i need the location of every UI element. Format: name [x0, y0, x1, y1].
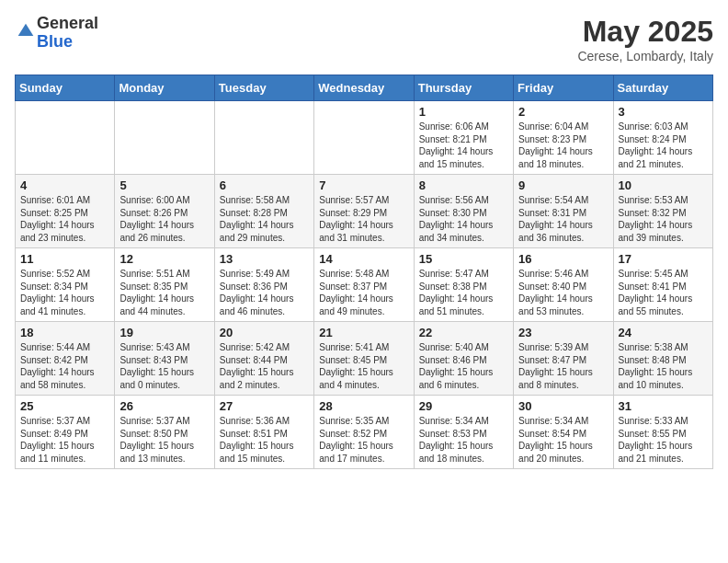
- calendar-cell: 18Sunrise: 5:44 AM Sunset: 8:42 PM Dayli…: [16, 322, 115, 396]
- day-info: Sunrise: 5:40 AM Sunset: 8:46 PM Dayligh…: [419, 341, 508, 391]
- location-subtitle: Cerese, Lombardy, Italy: [577, 49, 713, 63]
- calendar-cell: 10Sunrise: 5:53 AM Sunset: 8:32 PM Dayli…: [613, 175, 712, 248]
- calendar-cell: 30Sunrise: 5:34 AM Sunset: 8:54 PM Dayli…: [514, 396, 613, 469]
- calendar-cell: 2Sunrise: 6:04 AM Sunset: 8:23 PM Daylig…: [514, 101, 613, 175]
- day-number: 27: [220, 399, 309, 413]
- svg-marker-0: [18, 23, 34, 35]
- calendar-cell: 1Sunrise: 6:06 AM Sunset: 8:21 PM Daylig…: [414, 101, 513, 175]
- calendar-cell: 16Sunrise: 5:46 AM Sunset: 8:40 PM Dayli…: [514, 248, 613, 322]
- logo-blue: Blue: [37, 32, 73, 51]
- title-block: May 2025 Cerese, Lombardy, Italy: [577, 15, 713, 63]
- week-row-3: 11Sunrise: 5:52 AM Sunset: 8:34 PM Dayli…: [16, 248, 713, 322]
- calendar-cell: 12Sunrise: 5:51 AM Sunset: 8:35 PM Dayli…: [115, 248, 214, 322]
- day-number: 14: [319, 252, 408, 266]
- day-info: Sunrise: 5:58 AM Sunset: 8:28 PM Dayligh…: [220, 194, 309, 244]
- day-info: Sunrise: 5:34 AM Sunset: 8:53 PM Dayligh…: [419, 415, 508, 465]
- calendar-cell: 11Sunrise: 5:52 AM Sunset: 8:34 PM Dayli…: [16, 248, 115, 322]
- calendar-cell: 28Sunrise: 5:35 AM Sunset: 8:52 PM Dayli…: [314, 396, 414, 469]
- calendar-cell: 14Sunrise: 5:48 AM Sunset: 8:37 PM Dayli…: [314, 248, 414, 322]
- day-info: Sunrise: 6:03 AM Sunset: 8:24 PM Dayligh…: [619, 121, 708, 170]
- calendar-cell: 6Sunrise: 5:58 AM Sunset: 8:28 PM Daylig…: [214, 175, 313, 248]
- day-number: 28: [319, 399, 408, 413]
- day-info: Sunrise: 5:46 AM Sunset: 8:40 PM Dayligh…: [518, 268, 608, 317]
- calendar-cell: 3Sunrise: 6:03 AM Sunset: 8:24 PM Daylig…: [613, 101, 712, 175]
- calendar-cell: 7Sunrise: 5:57 AM Sunset: 8:29 PM Daylig…: [314, 175, 414, 248]
- day-info: Sunrise: 5:41 AM Sunset: 8:45 PM Dayligh…: [319, 341, 408, 391]
- calendar-table: SundayMondayTuesdayWednesdayThursdayFrid…: [15, 75, 713, 469]
- day-number: 2: [518, 105, 608, 119]
- day-number: 8: [419, 178, 508, 192]
- day-info: Sunrise: 5:33 AM Sunset: 8:55 PM Dayligh…: [619, 415, 708, 465]
- day-number: 26: [119, 399, 209, 413]
- calendar-cell: [16, 101, 115, 175]
- weekday-header-friday: Friday: [514, 75, 613, 101]
- calendar-cell: 31Sunrise: 5:33 AM Sunset: 8:55 PM Dayli…: [613, 396, 712, 469]
- week-row-2: 4Sunrise: 6:01 AM Sunset: 8:25 PM Daylig…: [16, 175, 713, 248]
- calendar-cell: 27Sunrise: 5:36 AM Sunset: 8:51 PM Dayli…: [214, 396, 313, 469]
- weekday-header-wednesday: Wednesday: [314, 75, 414, 101]
- day-info: Sunrise: 5:48 AM Sunset: 8:37 PM Dayligh…: [319, 268, 408, 317]
- day-number: 20: [220, 326, 309, 339]
- page-header: General Blue May 2025 Cerese, Lombardy, …: [15, 15, 713, 63]
- day-info: Sunrise: 6:04 AM Sunset: 8:23 PM Dayligh…: [518, 121, 608, 170]
- calendar-cell: [314, 101, 414, 175]
- weekday-header-thursday: Thursday: [414, 75, 513, 101]
- day-info: Sunrise: 5:43 AM Sunset: 8:43 PM Dayligh…: [119, 341, 209, 391]
- calendar-cell: 21Sunrise: 5:41 AM Sunset: 8:45 PM Dayli…: [314, 322, 414, 396]
- week-row-4: 18Sunrise: 5:44 AM Sunset: 8:42 PM Dayli…: [16, 322, 713, 396]
- week-row-1: 1Sunrise: 6:06 AM Sunset: 8:21 PM Daylig…: [16, 101, 713, 175]
- calendar-cell: 5Sunrise: 6:00 AM Sunset: 8:26 PM Daylig…: [115, 175, 214, 248]
- calendar-cell: 25Sunrise: 5:37 AM Sunset: 8:49 PM Dayli…: [16, 396, 115, 469]
- day-number: 25: [20, 399, 109, 413]
- day-info: Sunrise: 5:53 AM Sunset: 8:32 PM Dayligh…: [619, 194, 708, 244]
- calendar-cell: 4Sunrise: 6:01 AM Sunset: 8:25 PM Daylig…: [16, 175, 115, 248]
- day-number: 4: [20, 178, 109, 192]
- calendar-cell: 24Sunrise: 5:38 AM Sunset: 8:48 PM Dayli…: [613, 322, 712, 396]
- day-number: 29: [419, 399, 508, 413]
- calendar-cell: 22Sunrise: 5:40 AM Sunset: 8:46 PM Dayli…: [414, 322, 513, 396]
- day-number: 23: [518, 326, 608, 339]
- day-number: 11: [20, 252, 109, 266]
- day-info: Sunrise: 5:42 AM Sunset: 8:44 PM Dayligh…: [220, 341, 309, 391]
- day-number: 1: [419, 105, 508, 119]
- calendar-cell: 23Sunrise: 5:39 AM Sunset: 8:47 PM Dayli…: [514, 322, 613, 396]
- day-info: Sunrise: 5:56 AM Sunset: 8:30 PM Dayligh…: [419, 194, 508, 244]
- calendar-cell: 9Sunrise: 5:54 AM Sunset: 8:31 PM Daylig…: [514, 175, 613, 248]
- logo-text: General Blue: [37, 15, 98, 52]
- day-info: Sunrise: 5:34 AM Sunset: 8:54 PM Dayligh…: [518, 415, 608, 465]
- day-info: Sunrise: 5:37 AM Sunset: 8:50 PM Dayligh…: [119, 415, 209, 465]
- calendar-cell: 13Sunrise: 5:49 AM Sunset: 8:36 PM Dayli…: [214, 248, 313, 322]
- calendar-cell: 15Sunrise: 5:47 AM Sunset: 8:38 PM Dayli…: [414, 248, 513, 322]
- day-info: Sunrise: 5:52 AM Sunset: 8:34 PM Dayligh…: [20, 268, 109, 317]
- day-number: 15: [419, 252, 508, 266]
- day-number: 6: [220, 178, 309, 192]
- weekday-header-monday: Monday: [115, 75, 214, 101]
- logo-general: General: [37, 14, 98, 32]
- day-number: 9: [518, 178, 608, 192]
- day-number: 22: [419, 326, 508, 339]
- weekday-header-sunday: Sunday: [16, 75, 115, 101]
- weekday-header-tuesday: Tuesday: [214, 75, 313, 101]
- month-title: May 2025: [577, 15, 713, 49]
- day-info: Sunrise: 5:54 AM Sunset: 8:31 PM Dayligh…: [518, 194, 608, 244]
- day-info: Sunrise: 5:38 AM Sunset: 8:48 PM Dayligh…: [619, 341, 708, 391]
- calendar-cell: [214, 101, 313, 175]
- day-number: 19: [119, 326, 209, 339]
- weekday-header-row: SundayMondayTuesdayWednesdayThursdayFrid…: [16, 75, 713, 101]
- day-number: 21: [319, 326, 408, 339]
- day-info: Sunrise: 5:36 AM Sunset: 8:51 PM Dayligh…: [220, 415, 309, 465]
- calendar-cell: 26Sunrise: 5:37 AM Sunset: 8:50 PM Dayli…: [115, 396, 214, 469]
- day-number: 30: [518, 399, 608, 413]
- day-number: 17: [619, 252, 708, 266]
- day-info: Sunrise: 5:51 AM Sunset: 8:35 PM Dayligh…: [119, 268, 209, 317]
- day-info: Sunrise: 6:00 AM Sunset: 8:26 PM Dayligh…: [119, 194, 209, 244]
- day-info: Sunrise: 5:44 AM Sunset: 8:42 PM Dayligh…: [20, 341, 109, 391]
- day-info: Sunrise: 6:01 AM Sunset: 8:25 PM Dayligh…: [20, 194, 109, 244]
- logo-icon: [17, 22, 35, 40]
- day-info: Sunrise: 5:45 AM Sunset: 8:41 PM Dayligh…: [619, 268, 708, 317]
- day-number: 7: [319, 178, 408, 192]
- day-info: Sunrise: 5:37 AM Sunset: 8:49 PM Dayligh…: [20, 415, 109, 465]
- day-number: 13: [220, 252, 309, 266]
- calendar-cell: 29Sunrise: 5:34 AM Sunset: 8:53 PM Dayli…: [414, 396, 513, 469]
- day-number: 18: [20, 326, 109, 339]
